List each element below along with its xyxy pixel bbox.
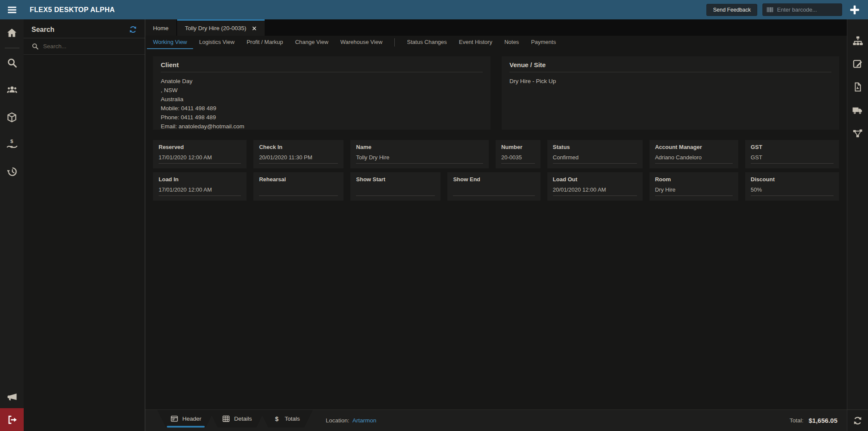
- field-status[interactable]: Status Confirmed: [547, 140, 643, 168]
- subtab-warehouse-view[interactable]: Warehouse View: [334, 36, 389, 49]
- barcode-input[interactable]: [777, 6, 838, 13]
- app-window: FLEX5 DESKTOP ALPHA Send Feedback: [0, 0, 868, 431]
- barcode-input-box[interactable]: [762, 3, 842, 16]
- subtab-notes[interactable]: Notes: [498, 36, 525, 49]
- search-icon: [31, 43, 39, 50]
- venue-card-title: Venue / Site: [509, 61, 831, 72]
- app-title: FLEX5 DESKTOP ALPHA: [30, 6, 115, 14]
- field-show-end[interactable]: Show End: [447, 172, 540, 201]
- search-input[interactable]: [43, 43, 137, 50]
- tab-home[interactable]: Home: [145, 19, 176, 36]
- edit-icon[interactable]: [847, 52, 868, 75]
- fields-row-2: Load In 17/01/2020 12:00 AM Rehearsal Sh…: [153, 172, 839, 201]
- field-check-in[interactable]: Check In 20/01/2020 11:30 PM: [253, 140, 343, 168]
- right-sidebar: [847, 19, 868, 431]
- location-label: Location:: [326, 417, 350, 424]
- client-state: , NSW: [161, 86, 483, 95]
- field-show-start[interactable]: Show Start: [350, 172, 440, 201]
- totals-refresh-icon[interactable]: [847, 409, 868, 431]
- rail-divider: [5, 48, 19, 48]
- left-sidebar: $: [0, 19, 24, 431]
- close-tab-icon[interactable]: [252, 26, 257, 31]
- topbar: FLEX5 DESKTOP ALPHA Send Feedback: [0, 0, 868, 19]
- barcode-icon: [766, 6, 774, 13]
- announcements-icon[interactable]: [0, 386, 24, 408]
- client-name: Anatole Day: [161, 77, 483, 86]
- search-nav-icon[interactable]: [0, 52, 24, 74]
- send-feedback-button[interactable]: Send Feedback: [706, 4, 757, 16]
- sitemap-icon[interactable]: [847, 29, 868, 52]
- subtab-status-changes[interactable]: Status Changes: [401, 36, 453, 49]
- add-button[interactable]: [847, 3, 862, 17]
- svg-text:$: $: [275, 415, 278, 422]
- history-icon[interactable]: [0, 160, 24, 183]
- total-label: Total:: [790, 417, 803, 424]
- bottom-tab-totals[interactable]: $ Totals: [260, 410, 313, 428]
- field-discount[interactable]: Discount 50%: [745, 172, 839, 201]
- view-subtabs: Working View Logistics View Profit / Mar…: [145, 36, 847, 49]
- tab-tolly-dry-hire[interactable]: Tolly Dry Hire (20-0035): [177, 19, 265, 36]
- bottom-tab-details[interactable]: Details: [209, 410, 265, 428]
- pdf-file-icon[interactable]: [847, 75, 868, 99]
- working-view-body: Client Anatole Day , NSW Australia Mobil…: [145, 49, 847, 409]
- venue-name: Dry Hire - Pick Up: [509, 77, 831, 86]
- document-tabs: Home Tolly Dry Hire (20-0035): [145, 19, 847, 36]
- client-email: Email: anatoleday@hotmail.com: [161, 122, 483, 131]
- subtab-change-view[interactable]: Change View: [289, 36, 334, 49]
- subtab-divider: [394, 38, 395, 47]
- client-country: Australia: [161, 95, 483, 104]
- venue-card: Venue / Site Dry Hire - Pick Up: [502, 56, 839, 130]
- field-load-out[interactable]: Load Out 20/01/2020 12:00 AM: [547, 172, 643, 201]
- client-card-title: Client: [161, 61, 483, 72]
- menu-icon[interactable]: [0, 0, 24, 19]
- location-link[interactable]: Artarmon: [353, 417, 377, 424]
- sign-out-button[interactable]: [0, 408, 24, 431]
- total-value: $1,656.05: [809, 417, 837, 424]
- svg-text:$: $: [10, 138, 13, 144]
- money-hand-icon[interactable]: $: [0, 133, 24, 155]
- search-refresh-icon[interactable]: [129, 25, 137, 34]
- home-icon[interactable]: [0, 19, 24, 46]
- subtab-logistics-view[interactable]: Logistics View: [193, 36, 240, 49]
- window-header-icon: [170, 415, 178, 423]
- search-input-row[interactable]: [24, 38, 145, 55]
- dollar-icon: $: [273, 415, 281, 423]
- subtab-working-view[interactable]: Working View: [147, 36, 193, 49]
- field-number[interactable]: Number 20-0035: [496, 140, 540, 168]
- field-gst[interactable]: GST GST: [745, 140, 839, 168]
- subtab-event-history[interactable]: Event History: [453, 36, 498, 49]
- search-panel: Search: [24, 19, 145, 431]
- field-name[interactable]: Name Tolly Dry Hire: [350, 140, 489, 168]
- field-rehearsal[interactable]: Rehearsal: [253, 172, 343, 201]
- contacts-icon[interactable]: [0, 79, 24, 101]
- field-reserved[interactable]: Reserved 17/01/2020 12:00 AM: [153, 140, 247, 168]
- project-diagram-icon[interactable]: [847, 122, 868, 145]
- table-grid-icon: [222, 415, 230, 423]
- client-phone: Phone: 0411 498 489: [161, 113, 483, 122]
- bottom-tab-header[interactable]: Header: [157, 410, 214, 428]
- field-room[interactable]: Room Dry Hire: [649, 172, 738, 201]
- field-load-in[interactable]: Load In 17/01/2020 12:00 AM: [153, 172, 247, 201]
- client-card: Client Anatole Day , NSW Australia Mobil…: [153, 56, 490, 130]
- content-area: Home Tolly Dry Hire (20-0035) Working Vi…: [145, 19, 847, 431]
- bottom-bar: Header Details $ Totals: [145, 409, 847, 431]
- subtab-profit-markup[interactable]: Profit / Markup: [240, 36, 289, 49]
- search-panel-title: Search: [31, 26, 54, 34]
- field-account-manager[interactable]: Account Manager Adriano Candeloro: [649, 140, 738, 168]
- subtab-payments[interactable]: Payments: [525, 36, 562, 49]
- truck-icon[interactable]: [847, 99, 868, 122]
- fields-row-1: Reserved 17/01/2020 12:00 AM Check In 20…: [153, 140, 839, 168]
- client-mobile: Mobile: 0411 498 489: [161, 104, 483, 113]
- inventory-box-icon[interactable]: [0, 106, 24, 128]
